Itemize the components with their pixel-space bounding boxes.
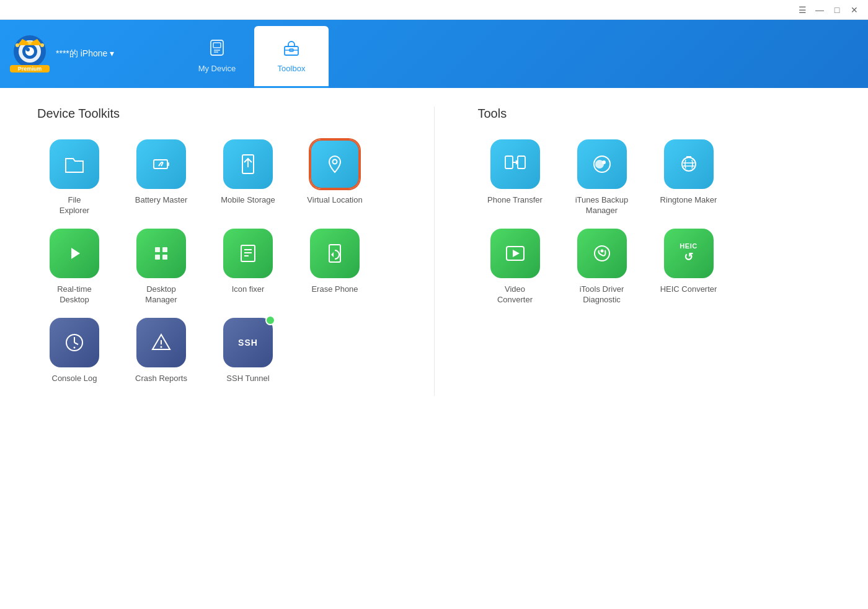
close-button[interactable]: ✕ — [846, 1, 863, 19]
tools-row1: Phone Transfer iTunes BackupManager — [478, 139, 831, 216]
app-logo: Premium — [10, 34, 50, 74]
tool-erase-phone[interactable]: Erase Phone — [298, 229, 372, 305]
tab-toolbox-label: Toolbox — [278, 64, 306, 73]
itunes-backup-manager-icon — [577, 139, 627, 189]
console-log-icon — [50, 318, 99, 367]
tools-section: Tools Phone Transfer — [478, 107, 831, 396]
svg-marker-46 — [513, 250, 520, 257]
svg-point-6 — [16, 43, 19, 47]
device-toolkits-section: Device Toolkits FileExplorer — [37, 107, 391, 396]
virtual-location-icon — [310, 139, 360, 189]
battery-master-icon — [136, 139, 186, 189]
tool-file-explorer[interactable]: FileExplorer — [37, 139, 112, 216]
heic-converter-label: HEIC Converter — [660, 284, 717, 295]
heic-converter-icon: HEIC↺ — [664, 229, 714, 278]
phone-transfer-label: Phone Transfer — [487, 195, 542, 206]
svg-rect-40 — [505, 156, 513, 169]
svg-rect-10 — [213, 43, 221, 48]
crash-reports-icon — [136, 318, 186, 367]
desktop-manager-icon — [136, 229, 186, 278]
file-explorer-label: FileExplorer — [60, 195, 89, 216]
video-converter-label: VideoConverter — [497, 284, 533, 305]
svg-point-47 — [595, 246, 609, 261]
device-selector[interactable]: ****的 iPhone ▾ — [56, 48, 114, 59]
itunes-backup-manager-label: iTunes BackupManager — [575, 195, 629, 216]
svg-rect-26 — [155, 255, 160, 260]
title-bar: ☰ — □ ✕ — [0, 0, 868, 20]
phone-transfer-icon — [490, 139, 540, 189]
real-time-desktop-label: Real-timeDesktop — [57, 284, 92, 305]
tool-video-converter[interactable]: VideoConverter — [478, 229, 552, 305]
svg-rect-27 — [162, 255, 167, 260]
tool-real-time-desktop[interactable]: Real-timeDesktop — [37, 229, 112, 305]
svg-point-36 — [74, 346, 76, 348]
svg-rect-13 — [285, 46, 298, 55]
premium-badge: Premium — [10, 65, 50, 72]
svg-point-7 — [28, 41, 32, 45]
tool-crash-reports[interactable]: Crash Reports — [124, 318, 198, 384]
tool-mobile-storage[interactable]: Mobile Storage — [211, 139, 285, 216]
nav-tabs: My Device Toolbox — [167, 20, 329, 88]
svg-rect-41 — [518, 156, 525, 169]
svg-rect-24 — [155, 247, 160, 252]
svg-point-48 — [600, 249, 603, 252]
icon-fixer-icon — [223, 229, 273, 278]
erase-phone-label: Erase Phone — [311, 284, 358, 295]
my-device-icon — [208, 39, 226, 60]
device-toolkits-row1: FileExplorer Battery Master — [37, 139, 391, 216]
device-toolkits-row3: Console Log Crash Reports SSH — [37, 318, 391, 384]
tool-console-log[interactable]: Console Log — [37, 318, 112, 384]
svg-point-39 — [161, 346, 162, 348]
icon-fixer-label: Icon fixer — [232, 284, 265, 295]
itools-driver-diagnostic-label: iTools DriverDiagnostic — [580, 284, 624, 305]
tool-virtual-location[interactable]: Virtual Location — [298, 139, 372, 216]
tab-toolbox[interactable]: Toolbox — [254, 26, 329, 88]
crash-reports-label: Crash Reports — [135, 374, 187, 384]
tools-title: Tools — [478, 107, 831, 121]
console-log-label: Console Log — [52, 374, 97, 384]
maximize-button[interactable]: □ — [828, 1, 846, 19]
tool-phone-transfer[interactable]: Phone Transfer — [478, 139, 552, 216]
tab-my-device-label: My Device — [198, 64, 236, 73]
tool-heic-converter[interactable]: HEIC↺ HEIC Converter — [652, 229, 726, 305]
svg-point-8 — [40, 43, 44, 47]
toolbox-icon — [283, 39, 300, 60]
tool-battery-master[interactable]: Battery Master — [124, 139, 198, 216]
real-time-desktop-icon — [50, 229, 99, 278]
logo-area: Premium ****的 iPhone ▾ — [0, 20, 167, 88]
tool-desktop-manager[interactable]: DesktopManager — [124, 229, 198, 305]
itools-driver-diagnostic-icon — [577, 229, 627, 278]
tool-ringtone-maker[interactable]: Ringtone Maker — [652, 139, 726, 216]
virtual-location-label: Virtual Location — [307, 195, 362, 206]
device-toolkits-row2: Real-timeDesktop DesktopManager — [37, 229, 391, 305]
desktop-manager-label: DesktopManager — [145, 284, 177, 305]
ringtone-maker-icon — [664, 139, 714, 189]
tab-my-device[interactable]: My Device — [180, 26, 254, 88]
svg-point-4 — [26, 48, 30, 51]
tools-row2: VideoConverter iTools DriverDiagnostic — [478, 229, 831, 305]
svg-rect-25 — [162, 247, 167, 252]
erase-phone-icon — [310, 229, 360, 278]
ssh-tunnel-label: SSH Tunnel — [226, 374, 269, 384]
tools-layout: Device Toolkits FileExplorer — [37, 107, 831, 396]
section-divider — [434, 107, 435, 396]
svg-point-22 — [333, 160, 337, 164]
tool-ssh-tunnel[interactable]: SSH SSH Tunnel — [211, 318, 285, 384]
main-content: Device Toolkits FileExplorer — [0, 88, 868, 609]
svg-point-44 — [602, 160, 606, 164]
ringtone-maker-label: Ringtone Maker — [660, 195, 717, 206]
video-converter-icon — [490, 229, 540, 278]
tool-icon-fixer[interactable]: Icon fixer — [211, 229, 285, 305]
mobile-storage-label: Mobile Storage — [221, 195, 275, 206]
tool-itunes-backup-manager[interactable]: iTunes BackupManager — [565, 139, 639, 216]
app-header: Premium ****的 iPhone ▾ My Device — [0, 20, 868, 88]
mobile-storage-icon — [223, 139, 273, 189]
tool-itools-driver-diagnostic[interactable]: iTools DriverDiagnostic — [565, 229, 639, 305]
svg-line-35 — [74, 343, 78, 344]
svg-marker-23 — [71, 248, 80, 259]
file-explorer-icon — [50, 139, 99, 189]
battery-master-label: Battery Master — [135, 195, 188, 206]
menu-button[interactable]: ☰ — [794, 1, 811, 19]
svg-rect-17 — [167, 162, 169, 166]
minimize-button[interactable]: — — [811, 1, 828, 19]
